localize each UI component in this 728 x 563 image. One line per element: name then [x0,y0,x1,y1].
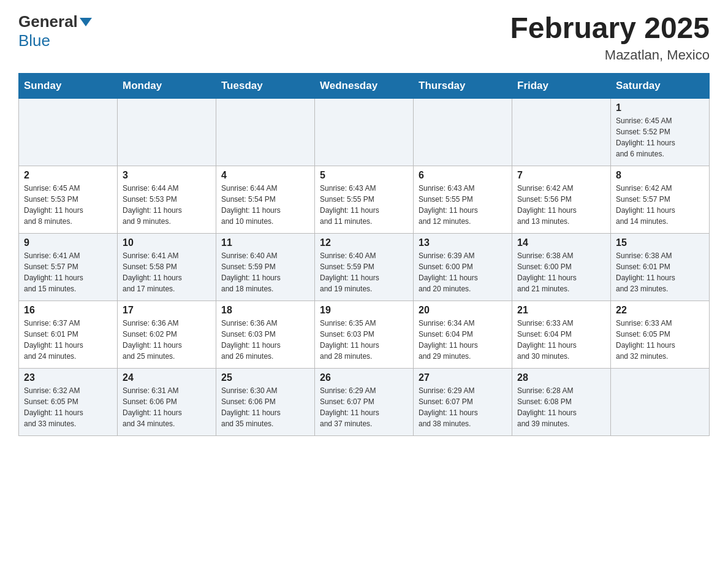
location: Mazatlan, Mexico [510,47,710,63]
day-info: Sunrise: 6:35 AMSunset: 6:03 PMDaylight:… [320,318,408,362]
month-title: February 2025 [510,12,710,45]
calendar-cell: 22Sunrise: 6:33 AMSunset: 6:05 PMDayligh… [611,301,710,368]
day-info: Sunrise: 6:33 AMSunset: 6:05 PMDaylight:… [616,318,704,362]
calendar-cell: 12Sunrise: 6:40 AMSunset: 5:59 PMDayligh… [315,233,414,301]
day-info: Sunrise: 6:29 AMSunset: 6:07 PMDaylight:… [419,385,507,429]
logo-general-text: General [18,12,78,31]
day-of-week-header: Thursday [414,73,512,98]
day-number: 13 [419,237,507,248]
day-number: 11 [221,237,309,248]
logo-blue-text: Blue [18,31,50,50]
day-number: 25 [221,372,309,383]
calendar-cell: 11Sunrise: 6:40 AMSunset: 5:59 PMDayligh… [216,233,315,301]
calendar-cell: 14Sunrise: 6:38 AMSunset: 6:00 PMDayligh… [512,233,611,301]
day-info: Sunrise: 6:29 AMSunset: 6:07 PMDaylight:… [320,385,408,429]
calendar-cell: 28Sunrise: 6:28 AMSunset: 6:08 PMDayligh… [512,368,611,435]
calendar-cell: 5Sunrise: 6:43 AMSunset: 5:55 PMDaylight… [315,166,414,233]
title-area: February 2025 Mazatlan, Mexico [510,12,710,63]
day-number: 22 [616,305,704,316]
day-number: 15 [616,237,704,248]
day-of-week-header: Wednesday [315,73,414,98]
calendar-cell: 21Sunrise: 6:33 AMSunset: 6:04 PMDayligh… [512,301,611,368]
logo-arrow-icon [80,18,92,26]
day-number: 5 [320,170,408,181]
day-info: Sunrise: 6:43 AMSunset: 5:55 PMDaylight:… [320,183,408,227]
calendar-cell: 19Sunrise: 6:35 AMSunset: 6:03 PMDayligh… [315,301,414,368]
calendar-cell: 3Sunrise: 6:44 AMSunset: 5:53 PMDaylight… [118,166,216,233]
calendar-cell: 20Sunrise: 6:34 AMSunset: 6:04 PMDayligh… [414,301,512,368]
day-of-week-header: Sunday [19,73,118,98]
day-of-week-header: Saturday [611,73,710,98]
calendar-cell: 18Sunrise: 6:36 AMSunset: 6:03 PMDayligh… [216,301,315,368]
day-info: Sunrise: 6:31 AMSunset: 6:06 PMDaylight:… [123,385,211,429]
logo: General Blue [18,12,94,50]
day-number: 8 [616,170,704,181]
calendar-week-row: 16Sunrise: 6:37 AMSunset: 6:01 PMDayligh… [19,301,710,368]
day-info: Sunrise: 6:38 AMSunset: 6:01 PMDaylight:… [616,250,704,294]
calendar-cell: 9Sunrise: 6:41 AMSunset: 5:57 PMDaylight… [19,233,118,301]
day-info: Sunrise: 6:40 AMSunset: 5:59 PMDaylight:… [221,250,309,294]
day-info: Sunrise: 6:45 AMSunset: 5:52 PMDaylight:… [616,115,704,159]
day-number: 3 [123,170,211,181]
day-info: Sunrise: 6:45 AMSunset: 5:53 PMDaylight:… [24,183,112,227]
day-number: 6 [419,170,507,181]
calendar-cell: 23Sunrise: 6:32 AMSunset: 6:05 PMDayligh… [19,368,118,435]
calendar-cell: 27Sunrise: 6:29 AMSunset: 6:07 PMDayligh… [414,368,512,435]
day-info: Sunrise: 6:39 AMSunset: 6:00 PMDaylight:… [419,250,507,294]
day-number: 17 [123,305,211,316]
day-number: 12 [320,237,408,248]
day-number: 24 [123,372,211,383]
day-number: 27 [419,372,507,383]
day-number: 1 [616,102,704,113]
day-number: 28 [517,372,605,383]
calendar-cell: 26Sunrise: 6:29 AMSunset: 6:07 PMDayligh… [315,368,414,435]
day-info: Sunrise: 6:37 AMSunset: 6:01 PMDaylight:… [24,318,112,362]
day-info: Sunrise: 6:42 AMSunset: 5:57 PMDaylight:… [616,183,704,227]
day-info: Sunrise: 6:38 AMSunset: 6:00 PMDaylight:… [517,250,605,294]
calendar-cell [512,98,611,166]
day-of-week-header: Monday [118,73,216,98]
day-info: Sunrise: 6:30 AMSunset: 6:06 PMDaylight:… [221,385,309,429]
calendar-cell: 15Sunrise: 6:38 AMSunset: 6:01 PMDayligh… [611,233,710,301]
calendar-cell: 16Sunrise: 6:37 AMSunset: 6:01 PMDayligh… [19,301,118,368]
day-of-week-header: Friday [512,73,611,98]
day-info: Sunrise: 6:44 AMSunset: 5:53 PMDaylight:… [123,183,211,227]
calendar-week-row: 2Sunrise: 6:45 AMSunset: 5:53 PMDaylight… [19,166,710,233]
calendar-cell [611,368,710,435]
day-number: 2 [24,170,112,181]
day-number: 16 [24,305,112,316]
day-number: 19 [320,305,408,316]
calendar-cell: 1Sunrise: 6:45 AMSunset: 5:52 PMDaylight… [611,98,710,166]
calendar-week-row: 1Sunrise: 6:45 AMSunset: 5:52 PMDaylight… [19,98,710,166]
day-number: 10 [123,237,211,248]
day-info: Sunrise: 6:36 AMSunset: 6:03 PMDaylight:… [221,318,309,362]
calendar-cell: 6Sunrise: 6:43 AMSunset: 5:55 PMDaylight… [414,166,512,233]
day-number: 23 [24,372,112,383]
calendar-week-row: 23Sunrise: 6:32 AMSunset: 6:05 PMDayligh… [19,368,710,435]
calendar-cell: 7Sunrise: 6:42 AMSunset: 5:56 PMDaylight… [512,166,611,233]
calendar-cell: 10Sunrise: 6:41 AMSunset: 5:58 PMDayligh… [118,233,216,301]
calendar-cell [118,98,216,166]
day-of-week-header: Tuesday [216,73,315,98]
calendar-cell: 24Sunrise: 6:31 AMSunset: 6:06 PMDayligh… [118,368,216,435]
day-number: 14 [517,237,605,248]
day-number: 7 [517,170,605,181]
calendar-cell [315,98,414,166]
page-header: General Blue February 2025 Mazatlan, Mex… [18,12,710,63]
calendar-week-row: 9Sunrise: 6:41 AMSunset: 5:57 PMDaylight… [19,233,710,301]
calendar-cell [216,98,315,166]
day-number: 26 [320,372,408,383]
calendar-cell: 17Sunrise: 6:36 AMSunset: 6:02 PMDayligh… [118,301,216,368]
day-number: 4 [221,170,309,181]
calendar-cell: 4Sunrise: 6:44 AMSunset: 5:54 PMDaylight… [216,166,315,233]
day-number: 9 [24,237,112,248]
calendar-cell: 8Sunrise: 6:42 AMSunset: 5:57 PMDaylight… [611,166,710,233]
calendar-cell: 13Sunrise: 6:39 AMSunset: 6:00 PMDayligh… [414,233,512,301]
day-info: Sunrise: 6:34 AMSunset: 6:04 PMDaylight:… [419,318,507,362]
day-number: 20 [419,305,507,316]
day-info: Sunrise: 6:28 AMSunset: 6:08 PMDaylight:… [517,385,605,429]
calendar-cell [414,98,512,166]
day-info: Sunrise: 6:42 AMSunset: 5:56 PMDaylight:… [517,183,605,227]
calendar-cell [19,98,118,166]
day-info: Sunrise: 6:40 AMSunset: 5:59 PMDaylight:… [320,250,408,294]
